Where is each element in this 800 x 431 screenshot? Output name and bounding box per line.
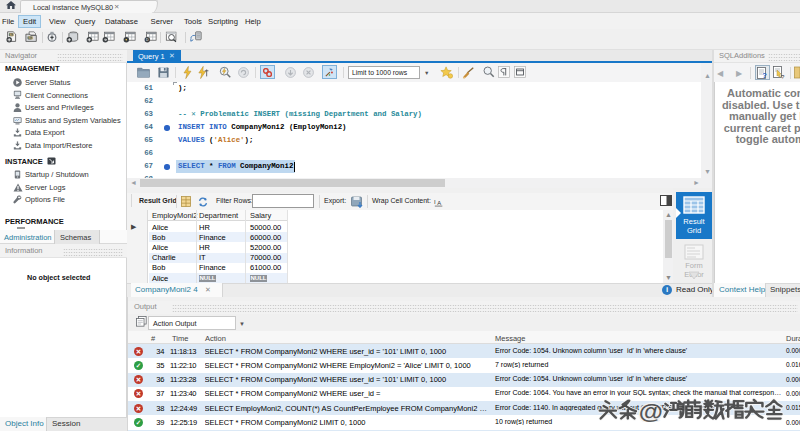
svg-text:SQL: SQL: [9, 33, 15, 37]
svg-text:I: I: [434, 199, 436, 205]
svg-text:A: A: [437, 200, 441, 206]
svg-text:SQL: SQL: [28, 36, 34, 40]
svg-text:?: ?: [762, 71, 767, 79]
svg-text:?: ?: [781, 74, 785, 80]
svg-text:@: @: [639, 399, 663, 422]
svg-text:D: D: [146, 38, 149, 42]
